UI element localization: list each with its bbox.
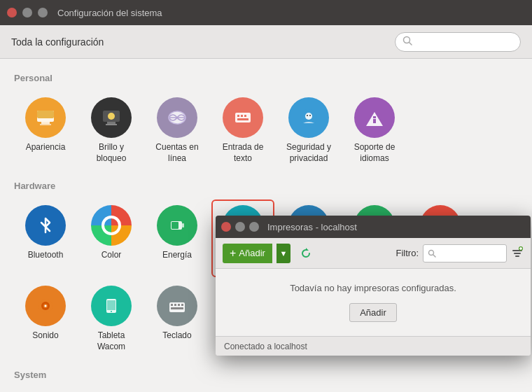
main-window-title: Configuración del sistema bbox=[57, 8, 162, 18]
svg-rect-66 bbox=[514, 253, 521, 254]
sidebar-item-energia[interactable]: Energía bbox=[146, 200, 209, 277]
svg-rect-54 bbox=[171, 307, 183, 309]
printers-dialog: Impresoras - localhost + Añadir ▼ Filtro… bbox=[216, 216, 531, 356]
sidebar-item-apariencia[interactable]: Apariencia bbox=[14, 92, 77, 169]
sidebar-item-sonido[interactable]: Sonido bbox=[14, 280, 77, 358]
sonido-icon bbox=[25, 286, 66, 326]
cuentas-icon bbox=[157, 97, 197, 138]
svg-point-19 bbox=[305, 113, 312, 120]
soporte-label: Soporte deidiomas bbox=[354, 142, 396, 164]
main-toolbar: Toda la configuración bbox=[0, 25, 532, 59]
add-filter-icon bbox=[511, 246, 524, 258]
svg-rect-47 bbox=[107, 300, 115, 310]
sidebar-item-copias[interactable]: Copias deseguridad bbox=[80, 388, 143, 392]
add-filter-button[interactable] bbox=[511, 246, 524, 261]
svg-rect-5 bbox=[40, 124, 51, 125]
svg-point-48 bbox=[111, 311, 112, 312]
energia-label: Energía bbox=[162, 250, 192, 261]
svg-point-45 bbox=[45, 305, 47, 307]
svg-rect-17 bbox=[237, 118, 248, 120]
apariencia-icon bbox=[25, 97, 66, 138]
entrada-label: Entrada detexto bbox=[223, 142, 264, 164]
svg-rect-3 bbox=[37, 111, 54, 118]
no-printers-message: Todavía no hay impresoras configuradas. bbox=[290, 283, 456, 293]
soporte-icon bbox=[354, 97, 395, 138]
section-personal-label: Personal bbox=[14, 73, 518, 83]
dialog-content: Todavía no hay impresoras configuradas. … bbox=[216, 269, 531, 336]
status-text: Conectado a localhost bbox=[224, 342, 307, 351]
teclado-icon bbox=[157, 286, 197, 326]
close-button[interactable] bbox=[7, 8, 17, 18]
sidebar-item-acceso[interactable]: Accesouniversal bbox=[14, 388, 77, 392]
sonido-label: Sonido bbox=[32, 330, 58, 342]
add-dropdown-button[interactable]: ▼ bbox=[276, 244, 290, 263]
sidebar-item-tableta[interactable]: TabletaWacom bbox=[80, 280, 143, 358]
add-printer-button[interactable]: + Añadir bbox=[223, 244, 272, 263]
dialog-toolbar: + Añadir ▼ Filtro: bbox=[216, 238, 531, 269]
filter-input[interactable] bbox=[439, 248, 495, 258]
maximize-button[interactable] bbox=[38, 8, 48, 18]
all-config-label: Toda la configuración bbox=[11, 36, 104, 48]
bluetooth-icon bbox=[25, 205, 66, 246]
bluetooth-label: Bluetooth bbox=[28, 250, 64, 261]
filter-label: Filtro: bbox=[396, 248, 419, 258]
tableta-icon bbox=[91, 286, 132, 326]
system-grid: Accesouniversal Copias deseguridad bbox=[14, 388, 518, 392]
svg-point-20 bbox=[307, 115, 308, 116]
add-button-label: Añadir bbox=[239, 248, 265, 258]
energia-icon bbox=[157, 205, 197, 246]
sidebar-item-seguridad[interactable]: Seguridad yprivacidad bbox=[277, 92, 340, 169]
sidebar-item-brillo[interactable]: Brillo ybloqueo bbox=[80, 92, 143, 169]
svg-rect-67 bbox=[515, 255, 519, 257]
color-label: Color bbox=[102, 250, 122, 261]
minimize-button[interactable] bbox=[22, 8, 32, 18]
seguridad-icon bbox=[288, 97, 329, 138]
svg-rect-8 bbox=[107, 122, 115, 124]
svg-rect-24 bbox=[373, 116, 376, 118]
svg-rect-9 bbox=[106, 124, 117, 125]
entrada-icon bbox=[223, 97, 263, 138]
anadir-inline-button[interactable]: Añadir bbox=[349, 303, 397, 322]
sidebar-item-soporte[interactable]: Soporte deidiomas bbox=[343, 92, 406, 169]
tableta-label: TabletaWacom bbox=[97, 330, 125, 352]
svg-rect-26 bbox=[182, 223, 184, 227]
sidebar-item-teclado[interactable]: Teclado bbox=[146, 280, 209, 358]
cuentas-label: Cuentas enlínea bbox=[155, 142, 198, 164]
search-input[interactable] bbox=[416, 36, 514, 47]
main-titlebar: Configuración del sistema bbox=[0, 0, 532, 25]
section-system-label: System bbox=[14, 370, 518, 380]
search-box bbox=[395, 32, 521, 52]
plus-icon: + bbox=[230, 247, 236, 260]
svg-rect-15 bbox=[241, 115, 243, 117]
color-icon bbox=[91, 205, 132, 246]
refresh-icon bbox=[300, 247, 312, 260]
svg-rect-51 bbox=[174, 304, 176, 306]
seguridad-label: Seguridad yprivacidad bbox=[286, 142, 331, 164]
sidebar-item-bluetooth[interactable]: Bluetooth bbox=[14, 200, 77, 277]
filter-search-icon bbox=[428, 249, 436, 258]
dialog-maximize-button[interactable] bbox=[249, 222, 259, 232]
refresh-button[interactable] bbox=[295, 244, 317, 263]
svg-point-21 bbox=[309, 115, 311, 116]
dropdown-arrow-icon: ▼ bbox=[279, 249, 287, 258]
personal-grid: Apariencia Brillo ybloqueo bbox=[14, 92, 518, 169]
svg-point-63 bbox=[429, 250, 434, 255]
dialog-minimize-button[interactable] bbox=[235, 222, 245, 232]
sidebar-item-color[interactable]: Color bbox=[80, 200, 143, 277]
svg-rect-14 bbox=[237, 115, 239, 117]
section-hardware-label: Hardware bbox=[14, 181, 518, 191]
dialog-titlebar: Impresoras - localhost bbox=[216, 216, 531, 238]
dialog-close-button[interactable] bbox=[221, 222, 231, 232]
brillo-label: Brillo ybloqueo bbox=[97, 142, 127, 164]
filter-search-box bbox=[423, 244, 507, 262]
svg-rect-50 bbox=[171, 304, 173, 306]
apariencia-label: Apariencia bbox=[26, 142, 66, 153]
sidebar-item-cuentas-usuario[interactable]: Cuentas deusuario bbox=[146, 388, 209, 392]
teclado-label: Teclado bbox=[162, 330, 191, 342]
dialog-statusbar: Conectado a localhost bbox=[216, 336, 531, 356]
svg-rect-23 bbox=[373, 119, 376, 123]
sidebar-item-entrada[interactable]: Entrada detexto bbox=[211, 92, 274, 169]
svg-rect-53 bbox=[181, 304, 183, 306]
sidebar-item-cuentas-en-linea[interactable]: Cuentas enlínea bbox=[146, 92, 209, 169]
svg-rect-4 bbox=[41, 122, 50, 124]
